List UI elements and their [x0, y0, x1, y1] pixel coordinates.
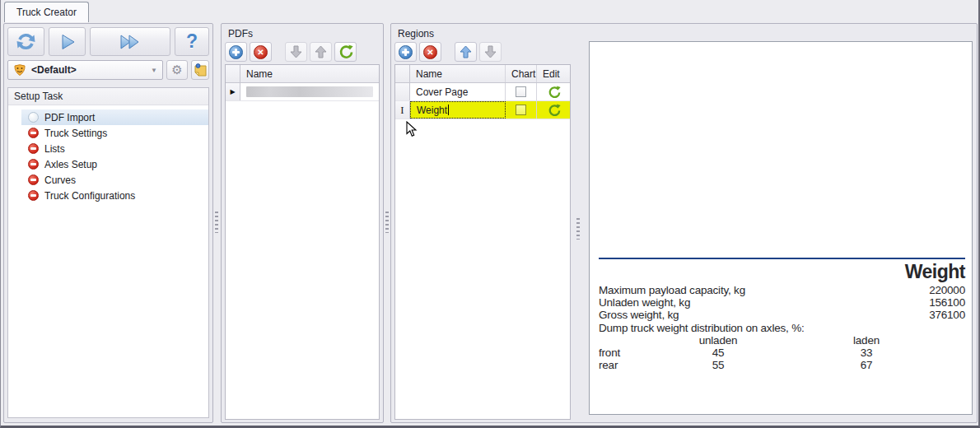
chart-checkbox[interactable] — [516, 105, 526, 115]
setup-task-title: Setup Task — [14, 91, 63, 102]
regions-panel: Regions ✕ Name Chart Edit — [390, 23, 978, 423]
profile-row: <Default> ▼ ⚙ — [4, 58, 212, 82]
run-all-button[interactable] — [7, 27, 44, 56]
edit-column-header[interactable]: Edit — [537, 65, 571, 82]
arrow-up-icon — [315, 45, 327, 58]
row-selector-cell — [395, 83, 410, 100]
regions-title: Regions — [391, 24, 977, 40]
pdfs-title: PDFs — [222, 24, 383, 40]
section-title: Weight — [905, 261, 965, 283]
pdfs-name-column-header[interactable]: Name — [240, 65, 379, 82]
region-add-button[interactable] — [394, 42, 417, 62]
spec-label: Unladen weight, kg — [599, 296, 929, 309]
pdfs-grid-header: Name — [226, 65, 379, 83]
edit-region-icon[interactable] — [548, 104, 561, 117]
regions-grid-header: Name Chart Edit — [395, 65, 570, 83]
edit-mode-icon: I — [400, 104, 404, 117]
task-label: Curves — [44, 174, 76, 186]
task-label: Axles Setup — [44, 159, 97, 170]
setup-task-list: PDF Import Truck Settings Lists Axles Se… — [8, 105, 208, 203]
distribution-table: unladen laden front 45 33 rear 55 67 — [599, 334, 965, 372]
dist-value: 67 — [780, 359, 953, 371]
splitter-grip — [576, 218, 580, 240]
weight-spec-block: Maximum payload capacity, kg 220000 Unla… — [599, 284, 965, 371]
pdf-move-down-button[interactable] — [285, 42, 307, 62]
spec-row: Maximum payload capacity, kg 220000 — [599, 284, 965, 296]
dist-value: 33 — [780, 347, 953, 359]
setup-toolbar: ? — [4, 24, 212, 58]
splitter-preview[interactable] — [576, 41, 581, 418]
splitter-grip — [385, 212, 389, 233]
region-delete-button[interactable]: ✕ — [419, 42, 441, 62]
splitter-middle[interactable] — [385, 23, 390, 423]
run-to-end-button[interactable] — [90, 27, 170, 56]
task-label: Truck Settings — [44, 128, 107, 139]
row-selector-cell: ▶ — [226, 83, 240, 100]
task-truck-configurations[interactable]: Truck Configurations — [8, 188, 208, 203]
task-axles-setup[interactable]: Axles Setup — [8, 156, 208, 172]
name-column-header[interactable]: Name — [410, 65, 506, 82]
spec-value: 156100 — [929, 296, 965, 309]
profile-select[interactable]: <Default> ▼ — [7, 60, 163, 80]
dist-row-label: front — [599, 347, 656, 359]
redacted-filename — [246, 86, 373, 97]
tab-truck-creator[interactable]: Truck Creator — [4, 2, 89, 22]
task-lists[interactable]: Lists — [8, 141, 208, 156]
task-truck-settings[interactable]: Truck Settings — [8, 125, 208, 141]
edit-cell — [537, 101, 571, 119]
settings-button[interactable]: ⚙ — [166, 60, 188, 80]
pdf-row[interactable]: ▶ — [226, 83, 379, 101]
region-move-down-button[interactable] — [479, 42, 502, 62]
chevron-down-icon: ▼ — [151, 67, 157, 74]
row-selector-header — [226, 65, 240, 82]
task-label: PDF Import — [44, 112, 95, 123]
distribution-caption: Dump truck weight distribution on axles,… — [599, 322, 965, 334]
task-pdf-import[interactable]: PDF Import — [21, 109, 208, 125]
note-icon — [194, 63, 207, 77]
pdf-move-up-button[interactable] — [310, 42, 332, 62]
task-curves[interactable]: Curves — [8, 172, 208, 188]
help-icon: ? — [186, 30, 198, 53]
chart-column-header[interactable]: Chart — [506, 65, 537, 82]
dist-corner — [599, 334, 656, 347]
region-move-up-button[interactable] — [455, 42, 477, 62]
mouse-cursor — [406, 121, 418, 142]
chart-checkbox[interactable] — [516, 86, 526, 97]
arrow-up-icon — [460, 45, 472, 58]
dist-row-label: rear — [599, 359, 656, 371]
setup-task-group: Setup Task PDF Import Truck Settings Lis… — [7, 87, 209, 418]
splitter-grip — [215, 212, 218, 233]
region-row-weight[interactable]: I Weight — [395, 101, 570, 119]
splitter-left[interactable] — [214, 23, 220, 423]
spec-value: 220000 — [929, 284, 965, 296]
pending-circle-icon — [28, 112, 39, 123]
add-icon — [399, 45, 413, 59]
pdf-refresh-button[interactable] — [334, 42, 357, 62]
chart-cell — [506, 101, 537, 119]
pdf-delete-button[interactable]: ✕ — [250, 42, 272, 62]
edit-region-icon[interactable] — [548, 86, 561, 99]
pdf-add-button[interactable] — [225, 42, 247, 62]
pdf-preview-pane[interactable]: Weight Maximum payload capacity, kg 2200… — [589, 41, 973, 415]
region-name-editor[interactable]: Weight — [410, 101, 506, 119]
region-row-cover-page[interactable]: Cover Page — [395, 83, 570, 101]
region-name-cell[interactable]: Cover Page — [410, 83, 506, 100]
task-label: Lists — [44, 143, 65, 155]
chart-cell — [506, 83, 537, 100]
row-selector-cell: I — [395, 101, 410, 119]
gear-icon: ⚙ — [171, 63, 182, 77]
text-caret — [448, 105, 449, 115]
add-icon — [229, 45, 243, 59]
fast-forward-icon — [119, 33, 142, 51]
spec-row: Unladen weight, kg 156100 — [599, 296, 965, 309]
pdfs-panel: PDFs ✕ — [221, 23, 384, 423]
setup-task-header: Setup Task — [8, 88, 208, 105]
notes-button[interactable] — [191, 60, 209, 80]
refresh-green-icon — [338, 44, 353, 59]
regions-grid: Name Chart Edit Cover Page — [394, 64, 571, 420]
pdf-name-cell[interactable] — [240, 83, 379, 100]
help-button[interactable]: ? — [175, 27, 209, 56]
blocked-icon — [28, 174, 39, 185]
run-step-button[interactable] — [49, 27, 86, 56]
play-icon — [58, 33, 77, 51]
